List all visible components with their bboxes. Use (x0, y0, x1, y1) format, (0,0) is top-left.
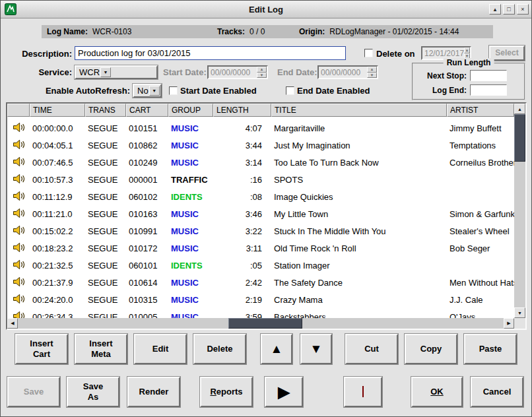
titlebar[interactable]: Edit Log ▴ □ × (1, 1, 531, 18)
column-header-artist[interactable]: ARTIST (447, 104, 514, 117)
paste-button[interactable]: Paste (464, 334, 517, 364)
service-label: Service: (27, 67, 72, 77)
row-length: 2:19 (213, 295, 271, 305)
log-row[interactable]: 00:00:00.0 SEGUE 010151 MUSIC 4:07 Marga… (7, 119, 514, 137)
row-cart: 010005 (126, 312, 168, 319)
render-button[interactable]: Render (127, 377, 180, 407)
autorefresh-combobox[interactable]: No ▼ (133, 84, 162, 98)
start-date-enabled-checkbox[interactable] (169, 86, 178, 95)
vertical-scrollbar[interactable]: ▲ ▼ (514, 104, 525, 318)
log-row[interactable]: 00:11:21.0 SEGUE 010163 MUSIC 3:46 My Li… (7, 205, 514, 222)
log-row[interactable]: 00:21:37.9 SEGUE 010614 MUSIC 2:42 The S… (7, 274, 514, 291)
delete-button[interactable]: Delete (193, 334, 246, 364)
insert-cart-button[interactable]: Insert Cart (15, 334, 68, 364)
log-row[interactable]: 00:26:34.3 SEGUE 010005 MUSIC 3:59 Backs… (7, 308, 514, 318)
select-date-button[interactable]: Select (489, 46, 525, 61)
row-time: 00:15:02.2 (30, 226, 85, 236)
autorefresh-value: No (137, 86, 149, 96)
row-title: Too Late To Turn Back Now (271, 158, 447, 168)
tracks-value: 0 / 0 (249, 27, 265, 36)
edit-button[interactable]: Edit (134, 334, 187, 364)
insert-meta-button[interactable]: Insert Meta (75, 334, 127, 364)
row-artist: Jimmy Buffett (447, 123, 514, 133)
speaker-icon (12, 275, 25, 290)
log-row[interactable]: 00:10:57.3 SEGUE 000001 TRAFFIC :16 SPOT… (7, 171, 514, 188)
column-header-time[interactable]: TIME (30, 104, 85, 117)
column-header-title[interactable]: TITLE (271, 104, 447, 117)
scroll-down-icon[interactable]: ▼ (514, 307, 525, 318)
tracks-group: Tracks:0 / 0 (217, 27, 265, 36)
delete-on-date-value: 12/01/2017 (424, 49, 464, 58)
play-button[interactable]: ▶ (265, 377, 303, 407)
row-icon-cell (7, 224, 30, 239)
maximize-button[interactable]: □ (503, 4, 515, 15)
speaker-icon (12, 292, 25, 307)
log-row[interactable]: 00:04:05.1 SEGUE 010862 MUSIC 3:44 Just … (7, 137, 514, 154)
description-input[interactable] (75, 46, 346, 60)
stop-square-icon (362, 386, 364, 397)
edit-log-window: Edit Log ▴ □ × Log Name:WCR-0103 Tracks:… (0, 0, 532, 417)
end-date-enabled-checkbox[interactable] (286, 86, 294, 95)
save-button[interactable]: Save (7, 377, 60, 407)
vertical-scroll-thumb[interactable] (514, 114, 525, 162)
service-combobox[interactable]: WCR ▼ (75, 65, 158, 79)
combo-arrow-icon: ▼ (149, 86, 160, 96)
column-header-icon[interactable] (7, 104, 30, 117)
spin-down-icon[interactable]: ▼ (257, 73, 267, 79)
log-row[interactable]: 00:18:23.2 SEGUE 010172 MUSIC 3:11 Old T… (7, 240, 514, 257)
row-time: 00:21:32.5 (30, 261, 85, 271)
log-row[interactable]: 00:24:20.0 SEGUE 010315 MUSIC 2:19 Crazy… (7, 291, 514, 308)
next-stop-row: Next Stop: (416, 70, 507, 81)
row-group: MUSIC (168, 123, 213, 133)
scroll-right-icon[interactable]: ▶ (504, 318, 514, 329)
copy-button[interactable]: Copy (405, 334, 457, 364)
row-time: 00:04:05.1 (30, 141, 85, 150)
cancel-button[interactable]: Cancel (471, 377, 523, 407)
reports-button[interactable]: Reports (200, 377, 253, 407)
row-trans: SEGUE (85, 295, 126, 305)
row-time: 00:11:21.0 (30, 209, 85, 219)
start-date-spinbox[interactable]: 00/00/0000 ▲ ▼ (207, 65, 268, 79)
shade-button[interactable]: ▴ (489, 4, 501, 15)
row-icon-cell (7, 138, 30, 153)
ok-button[interactable]: OK (411, 377, 463, 407)
log-name-group: Log Name:WCR-0103 (47, 27, 131, 36)
row-length: :16 (213, 175, 271, 185)
spin-up-icon[interactable]: ▲ (257, 67, 267, 73)
spin-down-icon[interactable]: ▼ (367, 73, 377, 79)
end-date-spinbox[interactable]: 00/00/0000 ▲ ▼ (317, 65, 378, 79)
log-table-body: 00:00:00.0 SEGUE 010151 MUSIC 4:07 Marga… (7, 117, 514, 318)
column-header-length[interactable]: LENGTH (213, 104, 271, 117)
save-as-button[interactable]: Save As (67, 377, 119, 407)
cut-button[interactable]: Cut (345, 334, 398, 364)
log-row[interactable]: 00:11:12.9 SEGUE 060102 IDENTS :08 Image… (7, 188, 514, 205)
move-up-button[interactable]: ▲ (261, 334, 292, 364)
combo-arrow-icon: ▼ (100, 67, 111, 77)
speaker-icon (12, 224, 25, 239)
close-button[interactable]: × (517, 4, 529, 15)
scroll-up-icon[interactable]: ▲ (514, 104, 525, 114)
log-row[interactable]: 00:15:02.2 SEGUE 010991 MUSIC 3:22 Stuck… (7, 222, 514, 240)
reports-rest: eports (216, 387, 243, 397)
horizontal-scrollbar[interactable]: ◀ ▶ (7, 318, 514, 329)
log-row[interactable]: 00:07:46.5 SEGUE 010249 MUSIC 3:14 Too L… (7, 154, 514, 171)
delete-on-checkbox[interactable] (364, 49, 373, 57)
scroll-left-icon[interactable]: ◀ (7, 318, 18, 329)
reports-accel: R (210, 387, 216, 397)
log-row[interactable]: 00:21:32.5 SEGUE 060101 IDENTS :05 Stati… (7, 257, 514, 274)
row-time: 00:11:12.9 (30, 192, 85, 202)
speaker-icon (12, 155, 25, 170)
speaker-icon (12, 207, 25, 222)
horizontal-scroll-thumb[interactable] (228, 318, 302, 329)
row-trans: SEGUE (85, 141, 126, 150)
spin-up-icon[interactable]: ▲ (367, 67, 377, 73)
row-artist: Stealer's Wheel (447, 226, 514, 236)
log-table-content: TIME TRANS CART GROUP LENGTH TITLE ARTIS… (7, 104, 514, 318)
stop-button[interactable] (344, 377, 382, 407)
spin-up-icon[interactable]: ▲ (464, 48, 470, 53)
row-group: MUSIC (168, 141, 213, 150)
move-down-button[interactable]: ▼ (300, 334, 332, 364)
column-header-group[interactable]: GROUP (168, 104, 213, 117)
column-header-trans[interactable]: TRANS (85, 104, 126, 117)
column-header-cart[interactable]: CART (126, 104, 168, 117)
